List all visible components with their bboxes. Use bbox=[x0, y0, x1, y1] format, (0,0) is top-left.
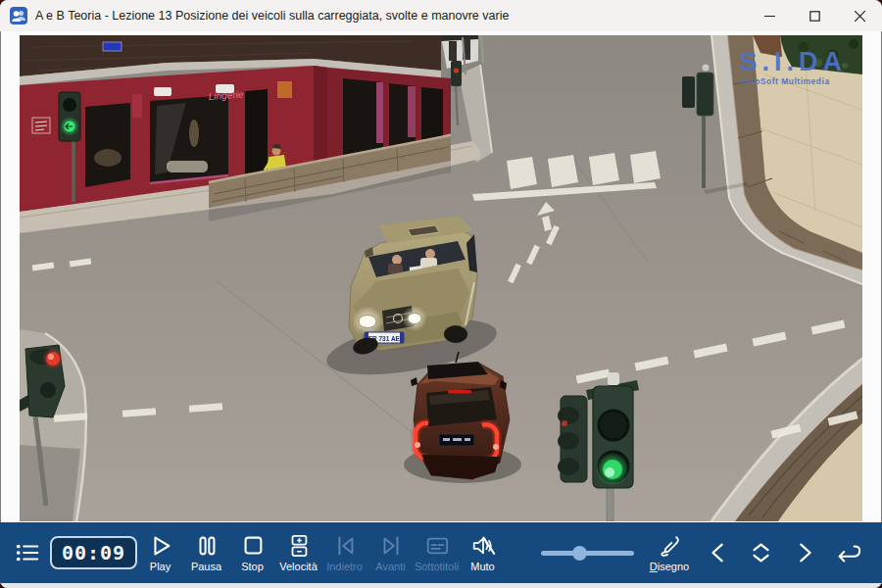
return-arrow-icon bbox=[833, 540, 862, 565]
subtitles-button[interactable]: Sottotitoli bbox=[414, 533, 460, 572]
forward-label: Avanti bbox=[375, 561, 405, 572]
skip-forward-icon bbox=[378, 533, 404, 559]
play-button[interactable]: Play bbox=[137, 533, 183, 572]
app-window: A e B Teoria - Lezione 13 Posizione dei … bbox=[0, 0, 882, 588]
stop-label: Stop bbox=[241, 561, 264, 572]
window-bottom-border bbox=[0, 583, 882, 588]
prev-lesson-button[interactable] bbox=[697, 539, 740, 566]
playback-timer: 00:09 bbox=[50, 536, 137, 569]
volume-slider-track[interactable] bbox=[541, 551, 634, 556]
volume-slider-thumb[interactable] bbox=[572, 546, 587, 561]
forward-button[interactable]: Avanti bbox=[368, 533, 414, 572]
orange-sign bbox=[277, 81, 292, 98]
chevron-left-icon bbox=[706, 540, 731, 565]
pause-icon bbox=[194, 533, 220, 559]
pen-icon bbox=[656, 533, 683, 559]
speed-plus-minus-icon bbox=[286, 533, 312, 559]
blue-plaque bbox=[103, 42, 122, 51]
pause-button[interactable]: Pausa bbox=[183, 533, 229, 572]
speed-button[interactable]: Velocità bbox=[275, 533, 321, 572]
pause-label: Pausa bbox=[191, 561, 221, 572]
exit-return-button[interactable] bbox=[826, 539, 869, 566]
playback-toolbar: 00:09 Play Pausa Stop bbox=[0, 522, 882, 583]
skip-back-icon bbox=[332, 533, 358, 559]
next-lesson-button[interactable] bbox=[783, 539, 826, 566]
volume-slider[interactable] bbox=[541, 540, 634, 565]
minimize-button[interactable] bbox=[747, 0, 792, 31]
subtitles-label: Sottotitoli bbox=[415, 561, 459, 572]
back-button[interactable]: Indietro bbox=[321, 533, 368, 572]
chapters-menu-button[interactable] bbox=[15, 538, 44, 567]
speed-label: Velocità bbox=[279, 561, 318, 572]
window-controls bbox=[747, 0, 882, 31]
chevron-right-icon bbox=[792, 540, 817, 565]
subtitles-icon bbox=[424, 533, 450, 559]
stop-icon bbox=[240, 533, 266, 559]
maximize-button[interactable] bbox=[792, 0, 837, 31]
mute-label: Muto bbox=[470, 561, 494, 572]
fiat-license-plate bbox=[439, 434, 474, 446]
play-icon bbox=[148, 533, 173, 559]
close-button[interactable] bbox=[837, 0, 882, 31]
red-signboard bbox=[32, 118, 50, 133]
draw-label: Disegno bbox=[650, 561, 689, 572]
play-label: Play bbox=[150, 561, 171, 572]
mute-button[interactable]: Muto bbox=[460, 533, 506, 572]
scene-3d-intersection: Lingerie bbox=[20, 35, 862, 521]
app-icon bbox=[10, 7, 27, 24]
list-icon bbox=[15, 541, 40, 564]
video-canvas: Lingerie bbox=[20, 35, 862, 521]
chevron-up-down-icon bbox=[749, 540, 774, 565]
stop-button[interactable]: Stop bbox=[229, 533, 275, 572]
titlebar: A e B Teoria - Lezione 13 Posizione dei … bbox=[0, 0, 882, 31]
window-title: A e B Teoria - Lezione 13 Posizione dei … bbox=[35, 9, 509, 23]
mute-icon bbox=[470, 533, 496, 559]
back-label: Indietro bbox=[326, 561, 363, 572]
draw-button[interactable]: Disegno bbox=[642, 533, 697, 572]
expand-collapse-button[interactable] bbox=[740, 539, 783, 566]
